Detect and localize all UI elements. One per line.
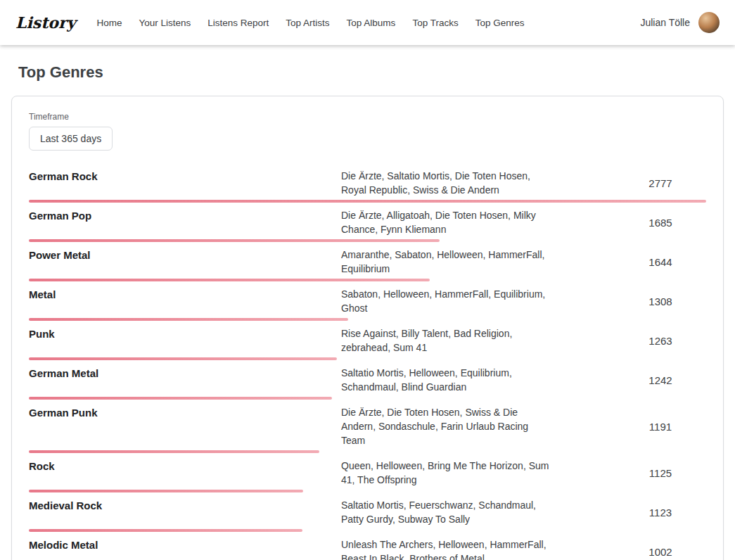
nav-item-top-albums[interactable]: Top Albums (347, 18, 396, 28)
genre-name: German Metal (29, 366, 338, 381)
genre-listen-count: 1308 (615, 295, 706, 307)
genre-listen-count: 1123 (615, 507, 706, 518)
genre-artists: Queen, Helloween, Bring Me The Horizon, … (341, 459, 552, 487)
genre-name: Melodic Metal (29, 537, 338, 552)
page-title: Top Genres (18, 63, 724, 82)
page-content: Top Genres Timeframe Last 365 days Germa… (0, 45, 735, 560)
genre-artists: Saltatio Mortis, Helloween, Equilibrium,… (341, 366, 552, 394)
top-navigation-bar: Listory Home Your Listens Listens Report… (0, 0, 735, 45)
genre-artists: Rise Against, Billy Talent, Bad Religion… (341, 326, 552, 355)
genre-list: German Rock Die Ärzte, Saltatio Mortis, … (29, 163, 706, 560)
genre-name: Punk (29, 326, 338, 341)
genre-artists: Sabaton, Helloween, HammerFall, Equilibr… (341, 287, 552, 315)
nav-item-home[interactable]: Home (96, 18, 122, 28)
genre-listen-count: 1242 (615, 374, 706, 386)
genre-listen-count: 2777 (615, 177, 706, 189)
genre-row: Metal Sabaton, Helloween, HammerFall, Eq… (29, 281, 706, 321)
genre-name: Medieval Rock (29, 498, 338, 513)
genre-listen-count: 1685 (615, 217, 706, 229)
genre-name: Power Metal (29, 248, 338, 262)
genre-name: German Pop (29, 208, 338, 223)
genre-name: German Punk (29, 405, 338, 420)
genre-artists: Die Ärzte, Saltatio Mortis, Die Toten Ho… (341, 169, 552, 197)
top-genres-card: Timeframe Last 365 days German Rock Die … (11, 96, 724, 560)
genre-artists: Die Ärzte, Die Toten Hosen, Swiss & Die … (341, 405, 552, 447)
genre-artists: Saltatio Mortis, Feuerschwanz, Schandmau… (341, 498, 552, 526)
user-menu: Julian Tölle (640, 12, 720, 33)
nav-item-your-listens[interactable]: Your Listens (139, 18, 191, 28)
genre-name: Rock (29, 459, 338, 473)
user-name[interactable]: Julian Tölle (640, 17, 690, 28)
genre-name: Metal (29, 287, 338, 302)
genre-artists: Unleash The Archers, Helloween, HammerFa… (341, 537, 552, 560)
user-avatar[interactable] (698, 12, 720, 33)
genre-row: Melodic Metal Unleash The Archers, Hello… (29, 532, 706, 560)
genre-row: Punk Rise Against, Billy Talent, Bad Rel… (29, 321, 706, 360)
genre-name: German Rock (29, 169, 338, 184)
genre-row: Rock Queen, Helloween, Bring Me The Hori… (29, 453, 706, 492)
genre-artists: Amaranthe, Sabaton, Helloween, HammerFal… (341, 248, 552, 276)
genre-listen-count: 1263 (615, 335, 706, 347)
nav-item-top-tracks[interactable]: Top Tracks (412, 18, 458, 28)
genre-listen-count: 1644 (615, 256, 706, 268)
genre-artists: Die Ärzte, Alligatoah, Die Toten Hosen, … (341, 208, 552, 236)
genre-row: German Pop Die Ärzte, Alligatoah, Die To… (29, 203, 706, 242)
genre-listen-count: 1191 (615, 421, 706, 433)
genre-row: German Metal Saltatio Mortis, Helloween,… (29, 360, 706, 400)
genre-listen-count: 1125 (615, 467, 706, 479)
nav-item-top-genres[interactable]: Top Genres (475, 18, 525, 28)
nav-item-listens-report[interactable]: Listens Report (207, 18, 269, 28)
genre-row: Medieval Rock Saltatio Mortis, Feuerschw… (29, 492, 706, 532)
genre-listen-count: 1002 (615, 546, 706, 558)
genre-row: Power Metal Amaranthe, Sabaton, Hellowee… (29, 242, 706, 281)
nav-item-top-artists[interactable]: Top Artists (286, 18, 329, 28)
genre-row: German Rock Die Ärzte, Saltatio Mortis, … (29, 163, 706, 203)
app-logo[interactable]: Listory (15, 13, 75, 32)
genre-row: German Punk Die Ärzte, Die Toten Hosen, … (29, 400, 706, 453)
main-nav: Home Your Listens Listens Report Top Art… (96, 18, 640, 28)
timeframe-label: Timeframe (29, 112, 706, 122)
timeframe-select[interactable]: Last 365 days (29, 127, 113, 151)
